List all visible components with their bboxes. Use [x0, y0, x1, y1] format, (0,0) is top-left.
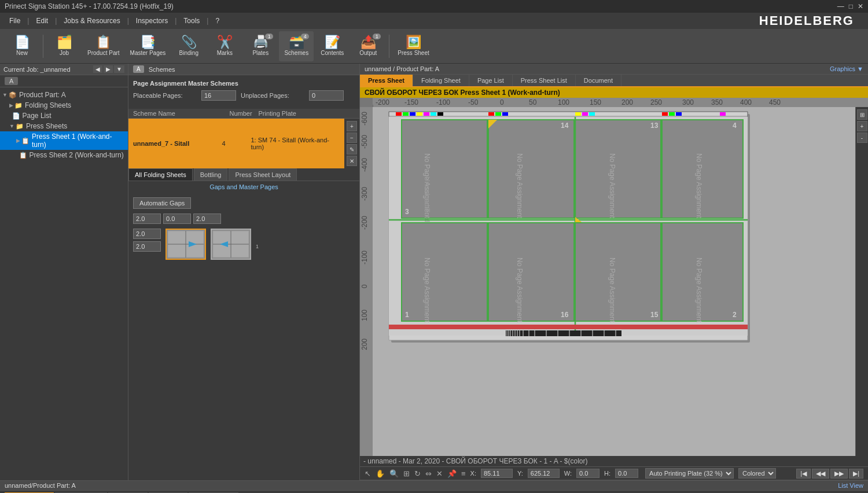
scheme-delete-btn[interactable]: ✕ — [347, 156, 357, 166]
view-tab-page-list[interactable]: Page List — [469, 75, 513, 86]
y-input[interactable]: 625.12 — [528, 469, 560, 478]
marks-button[interactable]: ✂️ Marks — [207, 31, 242, 61]
unplaced-pages-input[interactable]: 0 — [309, 90, 344, 101]
svg-rect-54 — [720, 112, 726, 116]
tree-item-press-sheet-2[interactable]: 📋 Press Sheet 2 (Work-and-turn) — [0, 150, 128, 160]
sheet-thumb-1[interactable] — [165, 229, 206, 260]
gap-top-input[interactable] — [133, 214, 161, 224]
sheet-thumb-2[interactable] — [211, 229, 251, 260]
svg-text:50: 50 — [529, 98, 537, 106]
x-input[interactable]: 85.11 — [481, 469, 513, 478]
svg-text:-200: -200 — [376, 98, 389, 106]
w-input[interactable]: 0.0 — [576, 469, 599, 478]
scheme-add-btn[interactable]: + — [347, 121, 357, 131]
coord-bar: ↖ ✋ 🔍 ⊞ ↻ ⇔ ✕ 📌 ≡ X: 85.11 Y: 625.12 W: … — [360, 466, 868, 480]
plates-button[interactable]: 1 🖨️ Plates — [243, 31, 278, 61]
menu-inspectors[interactable]: Inspectors — [131, 16, 172, 26]
scheme-actions: + − ✎ ✕ — [344, 119, 359, 168]
gap-right-input[interactable] — [163, 214, 191, 224]
zoom-fit-btn[interactable]: ⊞ — [857, 109, 867, 120]
view-tab-folding-sheet[interactable]: Folding Sheet — [413, 75, 469, 86]
svg-text:No Page Assignment: No Page Assignment — [516, 153, 524, 219]
nav-first-btn[interactable]: |◀ — [796, 469, 811, 479]
sidebar-header: Current Job: _unnamed ◀ ▶ ▼ — [0, 64, 128, 75]
contents-button[interactable]: 📝 Contents — [315, 31, 350, 61]
svg-rect-40 — [410, 112, 415, 116]
gap-left2-input[interactable] — [133, 241, 161, 252]
colored-select[interactable]: Colored — [738, 468, 776, 479]
placeable-pages-input[interactable]: 16 — [201, 90, 236, 101]
schemes-label: Schemes — [284, 50, 308, 56]
tab-bottling[interactable]: Bottling — [194, 168, 228, 181]
scheme-remove-btn[interactable]: − — [347, 133, 357, 143]
tree-item-page-list[interactable]: 📄 Page List — [0, 111, 128, 121]
zoom-tool[interactable]: 🔍 — [389, 469, 399, 478]
product-part-button[interactable]: 📋 Product Part — [83, 31, 124, 61]
maximize-btn[interactable]: □ — [849, 2, 853, 10]
svg-text:0: 0 — [500, 98, 504, 106]
svg-text:3: 3 — [405, 208, 409, 216]
output-button[interactable]: 1 📤 Output — [351, 31, 385, 61]
align-tool[interactable]: ≡ — [461, 469, 466, 478]
press-sheet-button[interactable]: 🖼️ Press Sheet — [393, 31, 433, 61]
gap-bottom-input[interactable] — [193, 214, 221, 224]
list-view-link[interactable]: List View — [838, 482, 863, 489]
svg-rect-79 — [575, 223, 661, 321]
graphics-link[interactable]: Graphics ▼ — [830, 65, 863, 72]
pointer-tool[interactable]: ↖ — [365, 469, 371, 478]
pin-tool[interactable]: 📌 — [447, 469, 457, 478]
nav-last-btn[interactable]: ▶| — [849, 469, 863, 479]
view-tab-press-sheet[interactable]: Press Sheet — [360, 75, 413, 86]
h-input[interactable]: 0.0 — [615, 469, 638, 478]
svg-rect-50 — [589, 112, 595, 116]
h-label: H: — [604, 470, 610, 477]
tree-item-press-sheets[interactable]: ▼ 📁 Press Sheets — [0, 121, 128, 131]
new-button[interactable]: 📄 New — [5, 31, 39, 61]
svg-text:-600: -600 — [361, 112, 369, 126]
svg-rect-64 — [575, 120, 661, 218]
canvas-main[interactable]: 3 No Page Assignment Unnamed/Folding Pg.… — [373, 107, 855, 456]
master-pages-button[interactable]: 📑 Master Pages — [126, 31, 171, 61]
sidebar-next-btn[interactable]: ▶ — [104, 65, 113, 73]
auto-printing-select[interactable]: Auto Printing Plate (32 %) — [645, 468, 734, 479]
menu-help[interactable]: ? — [211, 16, 224, 26]
svg-text:350: 350 — [711, 98, 723, 106]
sidebar-menu-btn[interactable]: ▼ — [114, 65, 124, 73]
menu-edit[interactable]: Edit — [31, 16, 53, 26]
tree-item-folding-sheets[interactable]: ▶ 📁 Folding Sheets — [0, 100, 128, 111]
automatic-gaps-btn[interactable]: Automatic Gaps — [133, 197, 191, 209]
gap-left-input[interactable] — [133, 229, 161, 239]
view-tab-document[interactable]: Document — [576, 75, 621, 86]
flip-tool[interactable]: ⇔ — [425, 469, 432, 478]
bottom-job-name: unnamed/Product Part: A — [5, 482, 76, 489]
tab-press-sheet-layout[interactable]: Press Sheet Layout — [229, 168, 297, 181]
scheme-row-0[interactable]: unnamed_7 - Sitall 4 1: SM 74 - Sitall (… — [128, 119, 344, 168]
scheme-edit-btn[interactable]: ✎ — [347, 144, 357, 154]
svg-text:No Page Assignment: No Page Assignment — [516, 257, 524, 323]
close-btn[interactable]: ✕ — [858, 2, 863, 10]
delete-tool[interactable]: ✕ — [436, 469, 443, 478]
menu-file[interactable]: File — [5, 16, 25, 26]
tree-item-press-sheet-1[interactable]: ▶ 📋 Press Sheet 1 (Work-and-turn) — [0, 131, 128, 150]
rotate-tool[interactable]: ↻ — [414, 469, 421, 478]
nav-prev-btn[interactable]: ◀◀ — [812, 469, 829, 479]
view-tab-press-sheet-list[interactable]: Press Sheet List — [513, 75, 576, 86]
move-tool[interactable]: ✋ — [376, 469, 385, 478]
sidebar-prev-btn[interactable]: ◀ — [93, 65, 102, 73]
tab-all-folding-sheets[interactable]: All Folding Sheets — [128, 168, 193, 181]
zoom-out-btn[interactable]: - — [857, 133, 867, 143]
menu-jobs-resources[interactable]: Jobs & Resources — [59, 16, 124, 26]
zoom-in-btn[interactable]: + — [857, 121, 867, 131]
gaps-master-pages-link[interactable]: Gaps and Master Pages — [128, 181, 359, 193]
schemes-button[interactable]: 4 🗃️ Schemes — [279, 31, 314, 61]
svg-rect-41 — [417, 112, 422, 116]
select-tool[interactable]: ⊞ — [403, 469, 410, 478]
menu-tools[interactable]: Tools — [179, 16, 204, 26]
canvas-footer-text: - unnamed - Mar 2, 2020 - СВОЙ ОБОРОТ ЧЕ… — [363, 457, 588, 465]
binding-button[interactable]: 📎 Binding — [171, 31, 206, 61]
tree-item-product-part[interactable]: ▼ 📦 Product Part: A — [0, 90, 128, 100]
minimize-btn[interactable]: — — [837, 2, 844, 10]
svg-text:-200: -200 — [361, 216, 369, 230]
nav-next-btn[interactable]: ▶▶ — [830, 469, 848, 479]
job-button[interactable]: 🗂️ Job — [47, 31, 82, 61]
